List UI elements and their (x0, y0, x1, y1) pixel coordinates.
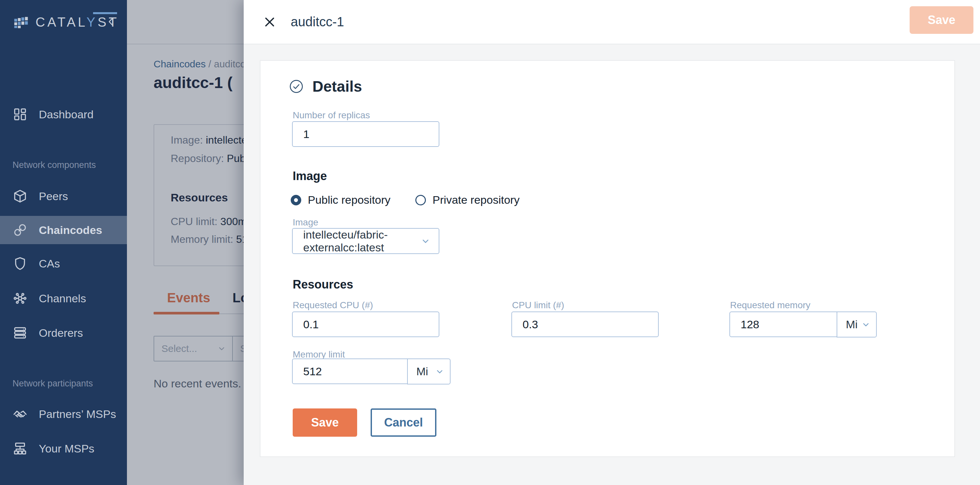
requested-cpu-input[interactable] (292, 312, 439, 337)
private-repository-label[interactable]: Private repository (433, 193, 520, 206)
chevron-left-icon (105, 15, 118, 28)
handshake-icon (13, 406, 28, 422)
sidebar: CATALYST Dashboard Network components Pe… (0, 0, 127, 485)
sidebar-item-channels[interactable]: Channels (0, 284, 127, 312)
app-root: CATALYST Dashboard Network components Pe… (0, 0, 980, 485)
sidebar-item-label: Your MSPs (39, 442, 94, 455)
chevron-down-icon (435, 367, 445, 377)
replicas-input[interactable] (292, 121, 439, 147)
sidebar-item-label: Partners’ MSPs (39, 408, 116, 421)
chevron-down-icon (861, 320, 871, 330)
drawer-header: auditcc-1 Save (244, 0, 980, 44)
sidebar-item-orderers[interactable]: Orderers (0, 319, 127, 347)
sidebar-item-your-msps[interactable]: Your MSPs (0, 434, 127, 463)
sidebar-item-label: Peers (39, 190, 68, 203)
chain-link-icon (13, 222, 28, 238)
edit-chaincode-drawer: auditcc-1 Save Details Number of replica… (244, 0, 980, 485)
check-circle-icon (289, 79, 304, 94)
cancel-button[interactable]: Cancel (371, 409, 436, 437)
drawer-title: auditcc-1 (291, 14, 344, 29)
public-repository-label[interactable]: Public repository (308, 193, 390, 206)
sidebar-item-label: Channels (39, 292, 86, 305)
requested-memory-unit-value: Mi (846, 318, 858, 331)
cpu-limit-input[interactable] (511, 312, 659, 337)
repository-radio-group: Public repository Private repository (291, 193, 538, 206)
catalyst-cube-logo-icon (13, 14, 30, 31)
sidebar-collapse-button[interactable] (104, 14, 118, 29)
sidebar-item-label: Chaincodes (39, 224, 102, 236)
image-select-value: intellecteu/fabric-externalcc:latest (303, 228, 420, 254)
org-chart-icon (13, 441, 28, 456)
image-select[interactable]: intellecteu/fabric-externalcc:latest (292, 228, 439, 254)
requested-memory-input[interactable] (729, 312, 837, 337)
requested-memory-unit-select[interactable]: Mi (837, 312, 877, 338)
sidebar-section-network-participants: Network participants (13, 379, 121, 389)
image-select-label: Image (293, 217, 318, 228)
sidebar-item-partners-msps[interactable]: Partners’ MSPs (0, 400, 127, 428)
server-stack-icon (13, 325, 28, 341)
image-section-header: Image (293, 169, 327, 183)
close-drawer-button[interactable] (262, 15, 277, 29)
drawer-body: Details Number of replicas Image Public … (244, 45, 980, 485)
details-section-header: Details (289, 77, 362, 96)
sidebar-item-dashboard[interactable]: Dashboard (0, 100, 127, 128)
dashboard-icon (13, 107, 28, 122)
private-repository-radio[interactable] (415, 195, 426, 205)
shield-icon (13, 256, 28, 271)
network-hub-icon (13, 291, 28, 306)
cpu-limit-label: CPU limit (#) (512, 300, 564, 311)
replicas-label: Number of replicas (293, 110, 370, 120)
chevron-down-icon (420, 236, 431, 246)
details-title: Details (312, 78, 362, 95)
peers-cube-icon (13, 189, 28, 204)
close-icon (263, 16, 276, 29)
resources-section-header: Resources (293, 278, 353, 292)
save-button-top-disabled[interactable]: Save (910, 6, 974, 34)
sidebar-item-label: CAs (39, 257, 60, 270)
sidebar-item-label: Orderers (39, 327, 83, 339)
sidebar-item-label: Dashboard (39, 108, 93, 121)
sidebar-item-chaincodes[interactable]: Chaincodes (0, 216, 127, 244)
memory-limit-unit-value: Mi (416, 365, 428, 378)
memory-limit-input[interactable] (292, 358, 408, 384)
memory-limit-unit-select[interactable]: Mi (407, 358, 450, 384)
save-button[interactable]: Save (293, 409, 357, 437)
sidebar-item-cas[interactable]: CAs (0, 249, 127, 278)
sidebar-section-network-components: Network components (13, 160, 121, 170)
requested-memory-label: Requested memory (730, 300, 810, 311)
sidebar-item-peers[interactable]: Peers (0, 182, 127, 210)
details-form-card: Details Number of replicas Image Public … (260, 60, 955, 457)
public-repository-radio[interactable] (291, 195, 301, 205)
requested-cpu-label: Requested CPU (#) (293, 300, 373, 311)
